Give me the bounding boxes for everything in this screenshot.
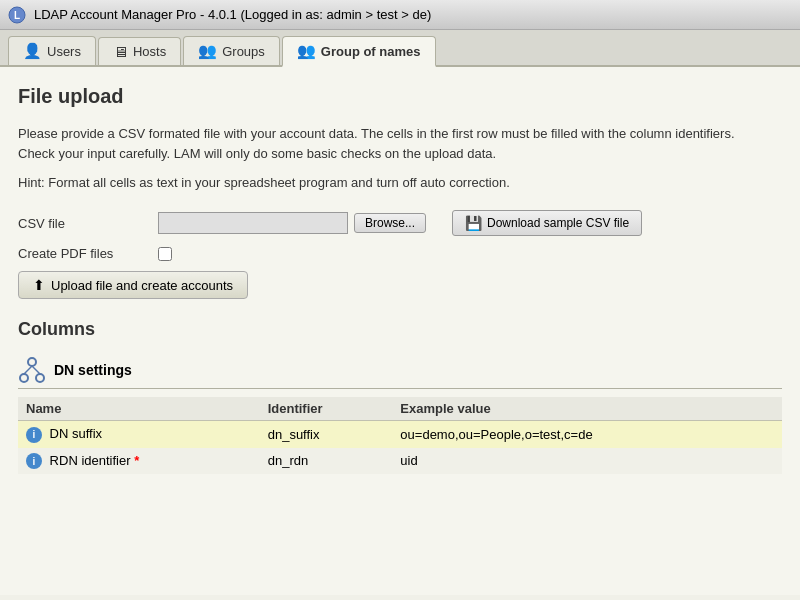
table-body: i DN suffixdn_suffixou=demo,ou=People,o=… xyxy=(18,421,782,475)
main-area: 👤 Users 🖥 Hosts 👥 Groups 👥 Group of name… xyxy=(0,30,800,600)
download-csv-button[interactable]: 💾 Download sample CSV file xyxy=(452,210,642,236)
col-header-name: Name xyxy=(18,397,260,421)
page-title: File upload xyxy=(18,85,782,108)
pdf-control xyxy=(158,247,172,261)
row-name-cell: i RDN identifier * xyxy=(18,448,260,475)
upload-icon: ⬆ xyxy=(33,277,45,293)
users-icon: 👤 xyxy=(23,42,42,60)
col-header-example: Example value xyxy=(392,397,782,421)
tab-users[interactable]: 👤 Users xyxy=(8,36,96,65)
tab-group-names-label: Group of names xyxy=(321,44,421,59)
description-line2: Check your input carefully. LAM will onl… xyxy=(18,144,782,164)
svg-text:L: L xyxy=(14,10,20,21)
titlebar: L LDAP Account Manager Pro - 4.0.1 (Logg… xyxy=(0,0,800,30)
hosts-icon: 🖥 xyxy=(113,43,128,60)
svg-line-6 xyxy=(32,366,40,374)
app-icon: L xyxy=(8,6,26,24)
tab-bar: 👤 Users 🖥 Hosts 👥 Groups 👥 Group of name… xyxy=(0,30,800,67)
upload-btn-label: Upload file and create accounts xyxy=(51,278,233,293)
svg-point-4 xyxy=(36,374,44,382)
required-star: * xyxy=(131,453,140,468)
table-header-row: Name Identifier Example value xyxy=(18,397,782,421)
dn-tree-icon xyxy=(18,356,46,384)
info-icon[interactable]: i xyxy=(26,453,42,469)
pdf-row: Create PDF files xyxy=(18,246,782,261)
tab-users-label: Users xyxy=(47,44,81,59)
description-line1: Please provide a CSV formated file with … xyxy=(18,124,782,144)
dn-settings-label: DN settings xyxy=(54,362,132,378)
table-row: i DN suffixdn_suffixou=demo,ou=People,o=… xyxy=(18,421,782,448)
columns-title: Columns xyxy=(18,319,782,340)
tab-groups[interactable]: 👥 Groups xyxy=(183,36,280,65)
columns-table: Name Identifier Example value i DN suffi… xyxy=(18,397,782,474)
hint-text: Hint: Format all cells as text in your s… xyxy=(18,175,782,190)
upload-button[interactable]: ⬆ Upload file and create accounts xyxy=(18,271,248,299)
tab-groups-label: Groups xyxy=(222,44,265,59)
browse-button[interactable]: Browse... xyxy=(354,213,426,233)
floppy-icon: 💾 xyxy=(465,215,482,231)
description-block: Please provide a CSV formated file with … xyxy=(18,124,782,163)
download-btn-label: Download sample CSV file xyxy=(487,216,629,230)
table-row: i RDN identifier *dn_rdnuid xyxy=(18,448,782,475)
col-header-identifier: Identifier xyxy=(260,397,393,421)
row-example-cell: uid xyxy=(392,448,782,475)
tab-group-names[interactable]: 👥 Group of names xyxy=(282,36,436,67)
groups-icon: 👥 xyxy=(198,42,217,60)
row-example-cell: ou=demo,ou=People,o=test,c=de xyxy=(392,421,782,448)
svg-line-5 xyxy=(24,366,32,374)
csv-row: CSV file Browse... 💾 Download sample CSV… xyxy=(18,210,782,236)
pdf-label: Create PDF files xyxy=(18,246,158,261)
csv-control: Browse... 💾 Download sample CSV file xyxy=(158,210,642,236)
tab-hosts[interactable]: 🖥 Hosts xyxy=(98,37,181,65)
row-name-cell: i DN suffix xyxy=(18,421,260,448)
row-identifier-cell: dn_suffix xyxy=(260,421,393,448)
info-icon[interactable]: i xyxy=(26,427,42,443)
tab-hosts-label: Hosts xyxy=(133,44,166,59)
content-area: File upload Please provide a CSV formate… xyxy=(0,67,800,595)
svg-point-3 xyxy=(20,374,28,382)
group-names-icon: 👥 xyxy=(297,42,316,60)
pdf-checkbox[interactable] xyxy=(158,247,172,261)
titlebar-text: LDAP Account Manager Pro - 4.0.1 (Logged… xyxy=(34,7,431,22)
svg-point-2 xyxy=(28,358,36,366)
row-identifier-cell: dn_rdn xyxy=(260,448,393,475)
dn-settings-header: DN settings xyxy=(18,356,782,389)
csv-input[interactable] xyxy=(158,212,348,234)
csv-label: CSV file xyxy=(18,216,158,231)
